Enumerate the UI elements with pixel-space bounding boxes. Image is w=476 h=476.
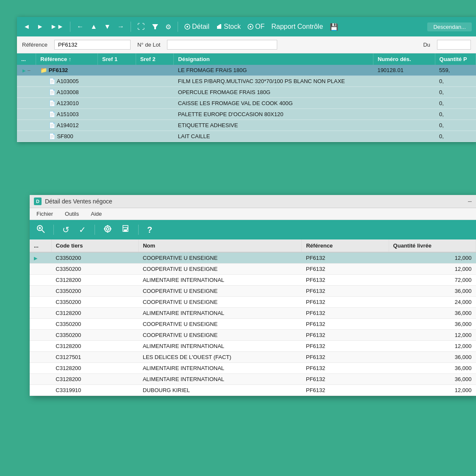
rapport-btn[interactable]: Rapport Contrôle — [269, 22, 325, 31]
table-row[interactable]: ▶ –📁PF6132LE FROMAGE FRAIS 180G190128.01… — [17, 65, 476, 76]
sref1-cell — [97, 76, 136, 87]
list-item[interactable]: C3128200ALIMENTAIRE INTERNATIONALPF61321… — [30, 341, 476, 352]
target-btn[interactable] — [101, 224, 114, 236]
nav-fast-forward-btn[interactable]: ►► — [48, 22, 66, 31]
numdos-cell — [373, 98, 435, 109]
row-indicator-cell — [30, 341, 51, 352]
sref1-cell — [97, 131, 136, 142]
row-arrow-cell: ▶ – — [17, 65, 36, 76]
col-header-numdos[interactable]: Numéro dés. — [373, 53, 435, 65]
bottom-menubar: Fichier Outils Aide — [30, 208, 476, 220]
bottom-col-dots: ... — [30, 239, 51, 252]
menu-fichier[interactable]: Fichier — [35, 210, 55, 218]
ref-cell: 📄 A194012 — [36, 120, 98, 131]
expand-icon[interactable]: – — [28, 67, 31, 73]
menu-outils[interactable]: Outils — [63, 210, 81, 218]
menu-aide[interactable]: Aide — [89, 210, 103, 218]
list-item[interactable]: C3127501LES DELICES DE L'OUEST (FACT)PF6… — [30, 352, 476, 363]
table-row[interactable]: 📄 A194012ETIQUETTE ADHESIVE0, — [17, 120, 476, 131]
col-header-qty[interactable]: Quantité P — [435, 53, 476, 65]
qty-cell: 0, — [435, 120, 476, 131]
print-btn[interactable] — [119, 224, 132, 236]
list-item[interactable]: C3128200ALIMENTAIRE INTERNATIONALPF61327… — [30, 275, 476, 286]
list-item[interactable]: C3128200ALIMENTAIRE INTERNATIONALPF61323… — [30, 308, 476, 319]
svg-line-9 — [42, 230, 45, 233]
arrow-up-btn[interactable]: ▲ — [88, 22, 99, 31]
nom-cell: COOPERATIVE U ENSEIGNE — [139, 297, 302, 308]
stock-label: Stock — [224, 23, 241, 31]
du-input[interactable] — [437, 40, 471, 50]
list-item[interactable]: ▶C3350200COOPERATIVE U ENSEIGNEPF613212,… — [30, 252, 476, 264]
numdos-cell — [373, 120, 435, 131]
table-row[interactable]: 📄 A123010CAISSE LES FROMAGE VAL DE COOK … — [17, 98, 476, 109]
config-btn[interactable]: ⚙ — [163, 22, 173, 32]
table-row[interactable]: 📄 A103005FILM LES P/BARQ.MULTIVAC 320*70… — [17, 76, 476, 87]
bottom-col-nom[interactable]: Nom — [139, 239, 302, 252]
svg-point-7 — [250, 26, 251, 28]
row-indicator-cell — [30, 363, 51, 374]
binoculars-btn[interactable]: ⛶ — [135, 22, 147, 32]
nav-forward-btn[interactable]: ► — [35, 22, 46, 31]
qty-cell: 0, — [435, 98, 476, 109]
list-item[interactable]: C3319910DUBOURG KIRIELPF613212,000 — [30, 385, 476, 396]
reference-input[interactable] — [54, 40, 131, 50]
bottom-col-code[interactable]: Code tiers — [51, 239, 138, 252]
help-btn[interactable]: ? — [145, 224, 155, 236]
qty-cell: 0, — [435, 87, 476, 98]
col-header-designation[interactable]: Désignation — [174, 53, 373, 65]
nav-back-btn[interactable]: ◄ — [21, 22, 32, 31]
bottom-col-qty[interactable]: Quantité livrée — [389, 239, 476, 252]
table-row[interactable]: 📄 SF800LAIT CAILLE0, — [17, 131, 476, 142]
svg-marker-0 — [152, 24, 158, 29]
ref-cell: 📄 A123010 — [36, 98, 98, 109]
code-cell: C3350200 — [51, 286, 138, 297]
of-label: OF — [255, 23, 264, 31]
ref-cell: PF6132 — [302, 385, 389, 396]
list-item[interactable]: C3350200COOPERATIVE U ENSEIGNEPF613212,0… — [30, 330, 476, 341]
check-btn[interactable]: ✓ — [76, 224, 89, 236]
row-arrow-cell — [17, 87, 36, 98]
minimize-btn[interactable]: – — [468, 198, 472, 205]
qty-cell: 559, — [435, 65, 476, 76]
search-plus-btn[interactable] — [34, 224, 47, 236]
stock-btn[interactable]: Stock — [214, 22, 243, 31]
designation-cell: LAIT CAILLE — [174, 131, 373, 142]
arrow-down-btn[interactable]: ▼ — [102, 22, 113, 31]
col-header-sref2[interactable]: Sref 2 — [136, 53, 174, 65]
designation-cell: CAISSE LES FROMAGE VAL DE COOK 400G — [174, 98, 373, 109]
list-item[interactable]: C3350200COOPERATIVE U ENSEIGNEPF613236,0… — [30, 319, 476, 330]
descendant-btn[interactable]: Descendan... — [427, 22, 472, 31]
ref-cell: PF6132 — [302, 330, 389, 341]
ref-cell: 📄 A103008 — [36, 87, 98, 98]
table-row[interactable]: 📄 A103008OPERCULE FROMAGE FRAIS 180G0, — [17, 87, 476, 98]
list-item[interactable]: C3128200ALIMENTAIRE INTERNATIONALPF61323… — [30, 374, 476, 385]
list-item[interactable]: C3350200COOPERATIVE U ENSEIGNEPF613236,0… — [30, 286, 476, 297]
file-icon: 📄 — [49, 89, 56, 95]
col-header-reference[interactable]: Référence ↑ — [36, 53, 98, 65]
nom-cell: ALIMENTAIRE INTERNATIONAL — [139, 363, 302, 374]
qty-cell: 0, — [435, 109, 476, 120]
undo-btn[interactable]: ↺ — [60, 224, 72, 236]
bottom-col-reference[interactable]: Référence — [302, 239, 389, 252]
of-btn[interactable]: OF — [245, 22, 267, 31]
arrow-left-btn[interactable]: ← — [75, 22, 86, 31]
filter-btn[interactable] — [150, 22, 161, 31]
qty-cell: 36,000 — [389, 286, 476, 297]
arrow-right-btn[interactable]: → — [115, 22, 126, 31]
lot-input[interactable] — [167, 40, 277, 50]
detail-btn[interactable]: Détail — [182, 22, 212, 31]
list-item[interactable]: C3350200COOPERATIVE U ENSEIGNEPF613224,0… — [30, 297, 476, 308]
qty-cell: 0, — [435, 76, 476, 87]
save-btn[interactable]: 💾 — [328, 22, 340, 32]
file-icon: 📄 — [49, 133, 56, 139]
table-row[interactable]: 📄 A151003PALETTE EUROPE D'OCCASION 80X12… — [17, 109, 476, 120]
ref-cell: PF6132 — [302, 341, 389, 352]
designation-cell: OPERCULE FROMAGE FRAIS 180G — [174, 87, 373, 98]
row-indicator-cell — [30, 374, 51, 385]
list-item[interactable]: C3128200ALIMENTAIRE INTERNATIONALPF61323… — [30, 363, 476, 374]
col-header-sref1[interactable]: Sref 1 — [97, 53, 136, 65]
ref-cell: PF6132 — [302, 275, 389, 286]
code-cell: C3350200 — [51, 264, 138, 275]
list-item[interactable]: C3350200COOPERATIVE U ENSEIGNEPF613212,0… — [30, 264, 476, 275]
file-icon: 📄 — [49, 111, 56, 117]
